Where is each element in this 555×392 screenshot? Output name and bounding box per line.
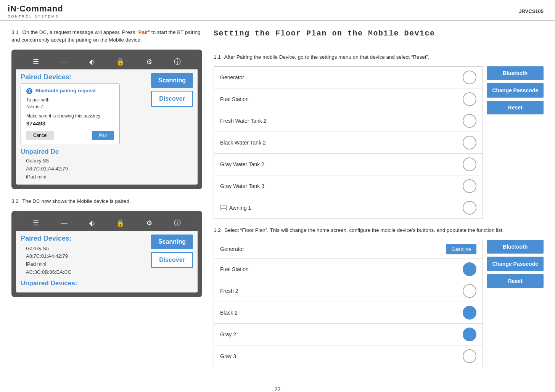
toggle-fuel-1[interactable] xyxy=(463,92,476,106)
dash-icon: — xyxy=(61,58,68,66)
screen-mockup-1: ☰ — ⬖ 🔒 ⚙ ⓘ Paired Devices: Scanning Dis… xyxy=(11,50,202,190)
lock-icon: 🔒 xyxy=(116,58,124,66)
settings-row-generator-1: Generator xyxy=(214,67,483,88)
step-3-1-text: 3.1 On the DC, a request message will ap… xyxy=(11,29,202,44)
screen2-device-galaxy: Galaxy S5 xyxy=(26,245,144,253)
bt-dialog-title-text: Bluetooth pairing request xyxy=(35,88,96,93)
step-3-2-num: 3.2 xyxy=(11,198,19,204)
screen-inner-1: ☰ — ⬖ 🔒 ⚙ ⓘ Paired Devices: Scanning Dis… xyxy=(16,54,198,185)
brand-name: iN·Command xyxy=(8,4,63,14)
settings-side-btns-1: Bluetooth Change Passcode Reset xyxy=(487,66,544,219)
settings-side-btns-2: Bluetooth Change Passcode Reset xyxy=(487,240,544,367)
toggle-gray3-2[interactable] xyxy=(463,349,476,363)
bt-dialog-title: ⓘ Bluetooth pairing request xyxy=(26,88,114,94)
row-name-fuel-2: Fuel Station xyxy=(220,266,249,272)
device1-addr: A8:7C:01:A4:42:79 xyxy=(26,165,144,173)
menu-icon: ☰ xyxy=(33,58,39,66)
bluetooth-btn-1[interactable]: Bluetooth xyxy=(487,66,544,80)
bluetooth-btn-2[interactable]: Bluetooth xyxy=(487,240,544,254)
row-name-fresh-1: Fresh Water Tank 2 xyxy=(220,118,266,124)
toggle-black-1[interactable] xyxy=(463,136,476,149)
dc-topbar-1: ☰ — ⬖ 🔒 ⚙ ⓘ xyxy=(16,54,198,69)
step-3-2-label: The DC now shows the Mobile device is pa… xyxy=(22,198,130,204)
toggle-fresh-2[interactable] xyxy=(463,284,476,298)
toggle-gray2-1[interactable] xyxy=(463,157,476,171)
device-info-1: Galaxy S5 A8:7C:01:A4:42:79 iPad mini xyxy=(21,157,144,181)
toggle-fresh-1[interactable] xyxy=(463,114,476,128)
bt-dialog-line1: To pair with: xyxy=(26,96,114,103)
settings-panel-1: Generator Fuel Station Fresh Water Tank … xyxy=(214,66,544,219)
toggle-generator-1[interactable] xyxy=(463,71,476,84)
bt-dialog-passkey: 974493 xyxy=(26,119,114,128)
settings-row-awning-1: Awning 1 xyxy=(214,197,483,218)
awning-icon xyxy=(220,205,227,210)
dc-topbar-2: ☰ — ⬖ 🔒 ⚙ ⓘ xyxy=(16,215,198,231)
info-icon-2: ⓘ xyxy=(174,218,181,228)
bt-dialog-line3: Make sure it is showing this passkey: xyxy=(26,112,114,119)
right-column: Setting the Floor Plan on the Mobile Dev… xyxy=(214,29,544,375)
paired-label-2: Paired Devices: xyxy=(21,235,144,243)
main-content: 3.1 On the DC, a request message will ap… xyxy=(0,21,555,382)
screen-inner-2: ☰ — ⬖ 🔒 ⚙ ⓘ Paired Devices: Scanning Dis… xyxy=(16,215,198,292)
brand-text: iN·Command xyxy=(8,4,63,13)
reset-btn-2[interactable]: Reset xyxy=(487,274,544,288)
lock-icon-2: 🔒 xyxy=(116,219,124,227)
unpaired-label-2: Unpaired Devices: xyxy=(21,280,144,287)
unpaired-label-1: Unpaired De xyxy=(21,148,144,156)
settings-row-fuel-2: Fuel Station xyxy=(214,259,483,280)
toggle-black-2[interactable] xyxy=(463,306,476,320)
dc-right-buttons-2: Scanning Discover xyxy=(151,235,193,268)
row-name-generator-2: Generator xyxy=(220,246,244,252)
gasoline-btn[interactable]: Gasoline xyxy=(446,244,476,254)
dc-body-1: Paired Devices: Scanning Discover ⓘ Blue… xyxy=(16,69,198,185)
discover-btn-2[interactable]: Discover xyxy=(151,252,193,268)
logo: iN·Command CONTROL SYSTEMS xyxy=(8,4,63,18)
discover-btn-1[interactable]: Discover xyxy=(151,91,193,107)
device1-name: Galaxy S5 xyxy=(26,157,144,165)
reset-btn-1[interactable]: Reset xyxy=(487,101,544,114)
header: iN·Command CONTROL SYSTEMS JRVCS105 xyxy=(0,0,555,21)
toggle-gray3-1[interactable] xyxy=(463,179,476,193)
step-3-2-text: 3.2 The DC now shows the Mobile device i… xyxy=(11,198,202,205)
toggle-gray2-2[interactable] xyxy=(463,328,476,341)
brand-subtitle: CONTROL SYSTEMS xyxy=(8,14,59,18)
bt-dialog-body: To pair with: Nexus 7 Make sure it is sh… xyxy=(26,96,114,128)
doc-number: JRVCS105 xyxy=(519,8,544,14)
row-name-fuel-1: Fuel Station xyxy=(220,96,249,102)
bt-icon-2: ⬖ xyxy=(89,219,95,227)
toggle-awning-1[interactable] xyxy=(463,201,476,215)
bt-pair-btn[interactable]: Pair xyxy=(92,131,114,140)
section-title-text: Setting the Floor Plan on the Mobile Dev… xyxy=(214,29,435,38)
settings-row-fresh-2: Fresh 2 xyxy=(214,280,483,302)
step-1-2-text: 1.2 Select “Floor Plan”. This will chang… xyxy=(214,227,544,234)
bt-dialog-line2: Nexus 7 xyxy=(26,103,114,110)
bt-dialog-icon: ⓘ xyxy=(26,88,32,94)
bt-dialog-actions: Cancel Pair xyxy=(26,131,114,140)
row-name-generator-1: Generator xyxy=(220,74,244,80)
device-info-2: Galaxy S5 A8:7C:01:A4:42:79 iPad mini AC… xyxy=(21,245,144,276)
change-passcode-btn-1[interactable]: Change Passcode xyxy=(487,83,544,98)
section-title: Setting the Floor Plan on the Mobile Dev… xyxy=(214,29,544,38)
step-3-1-num: 3.1 xyxy=(11,29,19,35)
highlight-pair: Pair xyxy=(138,29,148,35)
row-name-gray3-2: Gray 3 xyxy=(220,353,236,359)
step-1-2-num: 1.2 xyxy=(214,227,221,233)
gear-icon: ⚙ xyxy=(146,58,152,66)
bt-cancel-btn[interactable]: Cancel xyxy=(26,131,54,140)
toggle-fuel-2[interactable] xyxy=(463,262,476,276)
row-name-awning-1: Awning 1 xyxy=(220,205,251,211)
settings-list-1: Generator Fuel Station Fresh Water Tank … xyxy=(214,66,483,219)
menu-icon-2: ☰ xyxy=(33,219,39,227)
bt-overlay-container: ⓘ Bluetooth pairing request To pair with… xyxy=(21,84,144,145)
dc-right-buttons-1: Scanning Discover xyxy=(151,73,193,107)
scanning-btn-1[interactable]: Scanning xyxy=(151,73,193,88)
row-name-black-2: Black 2 xyxy=(220,310,238,316)
scanning-btn-2[interactable]: Scanning xyxy=(151,235,193,249)
settings-row-black-1: Black Water Tank 2 xyxy=(214,132,483,154)
info-icon: ⓘ xyxy=(174,57,181,66)
step-1-1-label: After Pairing the mobile Device, go to t… xyxy=(224,54,430,60)
screen-mockup-2: ☰ — ⬖ 🔒 ⚙ ⓘ Paired Devices: Scanning Dis… xyxy=(11,211,202,297)
gear-icon-2: ⚙ xyxy=(146,219,152,227)
change-passcode-btn-2[interactable]: Change Passcode xyxy=(487,257,544,271)
step-1-1-text: 1.1 After Pairing the mobile Device, go … xyxy=(214,53,544,61)
